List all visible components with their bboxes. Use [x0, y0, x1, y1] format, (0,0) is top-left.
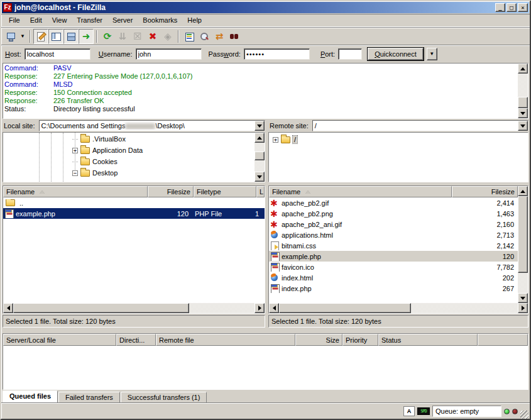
toggle-remote-tree-button[interactable]: [63, 29, 79, 44]
port-input[interactable]: [338, 48, 362, 60]
column-header-server-local-file[interactable]: Server/Local file: [3, 334, 116, 346]
column-header-remote-file[interactable]: Remote file: [156, 334, 295, 346]
quickconnect-dropdown-button[interactable]: ▼: [427, 48, 437, 60]
column-header-status[interactable]: Status: [378, 334, 478, 346]
filter-button[interactable]: [182, 29, 197, 44]
scrollbar-thumb[interactable]: [518, 196, 528, 273]
scroll-down-button[interactable]: [518, 108, 528, 118]
remote-list-hscrollbar[interactable]: [269, 303, 528, 313]
file-row-selected[interactable]: example.php120: [269, 251, 518, 262]
find-files-button[interactable]: [227, 29, 242, 44]
remote-list-vscrollbar[interactable]: [518, 186, 528, 303]
reconnect-button[interactable]: ◈: [160, 29, 175, 44]
close-button[interactable]: ✕: [518, 3, 528, 12]
resize-grip[interactable]: [520, 411, 528, 419]
remote-list-body[interactable]: apache_pb2.gif2,414 apache_pb2.png1,463 …: [269, 197, 518, 303]
column-header-size[interactable]: Size: [295, 334, 342, 346]
file-row[interactable]: favicon.ico7,782: [269, 262, 518, 272]
menu-transfer[interactable]: Transfer: [72, 14, 107, 26]
speed-limits-icon[interactable]: SPD: [417, 407, 430, 415]
scrollbar-thumb[interactable]: [255, 152, 265, 160]
scroll-up-button[interactable]: [518, 64, 528, 74]
local-list-body[interactable]: .. example.php 120 PHP File 1: [3, 197, 265, 303]
menu-view[interactable]: View: [47, 14, 72, 26]
column-header-filename[interactable]: Filename: [269, 186, 452, 197]
column-header-filename[interactable]: Filename: [3, 186, 148, 197]
file-row[interactable]: apache_pb2_ani.gif2,160: [269, 219, 518, 229]
toggle-transfer-queue-button[interactable]: ➜: [79, 29, 94, 44]
menu-file[interactable]: File: [4, 14, 25, 26]
tree-item-virtualbox[interactable]: .VirtualBox: [3, 133, 255, 145]
file-row[interactable]: apache_pb2.gif2,414: [269, 197, 518, 208]
menu-bookmarks[interactable]: Bookmarks: [138, 14, 182, 26]
tab-failed-transfers[interactable]: Failed transfers: [58, 392, 120, 403]
transfer-type-indicator-icon[interactable]: A: [403, 406, 415, 416]
tree-item-application-data[interactable]: + Application Data: [3, 145, 255, 156]
disconnect-button[interactable]: ✖: [145, 29, 160, 44]
site-manager-dropdown-button[interactable]: ▼: [18, 29, 27, 44]
column-header-last-modified[interactable]: L: [256, 186, 265, 197]
scroll-right-button[interactable]: [518, 303, 528, 313]
password-input[interactable]: [244, 48, 310, 60]
toggle-message-log-button[interactable]: [33, 29, 48, 44]
tree-item-cookies[interactable]: Cookies: [3, 156, 255, 167]
scrollbar-thumb[interactable]: [518, 97, 528, 108]
local-list-hscrollbar[interactable]: [3, 303, 265, 313]
expand-plus-icon[interactable]: +: [72, 148, 78, 153]
column-header-priority[interactable]: Priority: [342, 334, 378, 346]
file-row[interactable]: bitnami.css2,142: [269, 240, 518, 251]
host-input[interactable]: [25, 48, 90, 60]
scrollbar-thumb[interactable]: [13, 303, 189, 313]
local-directory-tree[interactable]: .VirtualBox + Application Data Cookies −: [3, 133, 255, 182]
remote-path-combobox[interactable]: /: [312, 120, 528, 131]
expand-plus-icon[interactable]: +: [273, 137, 278, 143]
combo-dropdown-button[interactable]: [518, 121, 528, 131]
scroll-down-button[interactable]: [255, 172, 265, 182]
tab-successful-transfers[interactable]: Successful transfers (1): [121, 392, 207, 403]
file-row[interactable]: index.html202: [269, 272, 518, 283]
minimize-button[interactable]: _: [495, 3, 505, 12]
local-path-combobox[interactable]: C:\Documents and Settings\Desktop\: [39, 120, 265, 131]
collapse-minus-icon[interactable]: −: [72, 170, 78, 176]
tree-item-desktop[interactable]: − Desktop: [3, 167, 255, 179]
host-label: Host:: [5, 50, 21, 58]
column-header-filesize[interactable]: Filesize: [148, 186, 194, 197]
scroll-right-button[interactable]: [255, 303, 265, 313]
title-bar[interactable]: Fz john@localhost - FileZilla _ □ ✕: [2, 2, 529, 13]
queue-body[interactable]: [3, 346, 528, 389]
column-header-direction[interactable]: Directi...: [116, 334, 156, 346]
tab-queued-files[interactable]: Queued files: [3, 390, 58, 403]
log-scrollbar[interactable]: [518, 64, 528, 118]
column-header-filesize[interactable]: Filesize: [452, 186, 518, 197]
refresh-button[interactable]: ⟳: [100, 29, 115, 44]
file-row[interactable]: apache_pb2.png1,463: [269, 208, 518, 219]
remote-directory-tree[interactable]: + /: [269, 133, 528, 182]
username-input[interactable]: [136, 48, 202, 60]
menu-server[interactable]: Server: [107, 14, 138, 26]
toggle-local-tree-button[interactable]: [48, 29, 63, 44]
scroll-left-button[interactable]: [3, 303, 13, 313]
file-row[interactable]: applications.html2,713: [269, 229, 518, 240]
process-queue-button[interactable]: ⇊: [115, 29, 130, 44]
tree-item-root[interactable]: + /: [269, 134, 528, 145]
scroll-left-button[interactable]: [269, 303, 279, 313]
scroll-up-button[interactable]: [255, 133, 265, 143]
menu-edit[interactable]: Edit: [25, 14, 47, 26]
synchronized-browsing-button[interactable]: ⇄: [212, 29, 227, 44]
scroll-down-button[interactable]: [518, 293, 528, 303]
site-manager-button[interactable]: [3, 29, 18, 44]
file-row[interactable]: index.php267: [269, 283, 518, 294]
horizontal-splitter[interactable]: [1, 328, 530, 333]
scrollbar-thumb[interactable]: [279, 303, 411, 313]
local-tree-scrollbar[interactable]: [255, 133, 265, 182]
directory-comparison-button[interactable]: [197, 29, 212, 44]
cancel-operation-button[interactable]: ☒: [130, 29, 145, 44]
column-header-filetype[interactable]: Filetype: [194, 186, 256, 197]
file-row-example-php[interactable]: example.php 120 PHP File 1: [3, 208, 265, 219]
file-row-parent-dir[interactable]: ..: [3, 197, 265, 208]
scroll-up-button[interactable]: [518, 186, 528, 196]
menu-help[interactable]: Help: [182, 14, 207, 26]
maximize-button[interactable]: □: [506, 3, 517, 12]
combo-dropdown-button[interactable]: [255, 121, 265, 131]
quickconnect-button[interactable]: Quickconnect: [368, 48, 424, 60]
